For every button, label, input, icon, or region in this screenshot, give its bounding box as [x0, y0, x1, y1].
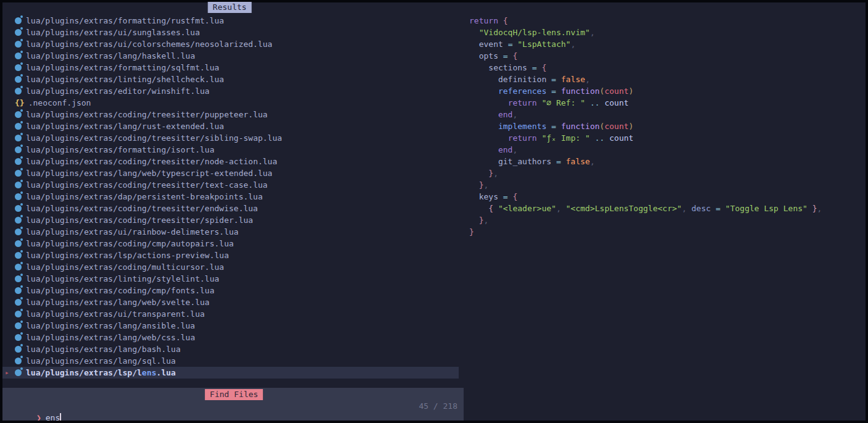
file-path: lua/plugins/extras/linting/stylelint.lua	[26, 274, 219, 283]
search-input[interactable]: ens	[46, 413, 60, 422]
telescope-window: Results lua/plugins/extras/formatting/ru…	[0, 0, 868, 423]
result-row[interactable]: lua/plugins/extras/lang/web/svelte.lua	[2, 296, 459, 308]
code-line: references = function(count)	[469, 85, 822, 97]
file-path: lua/plugins/extras/linting/shellcheck.lu…	[26, 75, 224, 84]
code-line: end,	[469, 109, 822, 120]
result-row[interactable]: lua/plugins/extras/ui/transparent.lua	[2, 308, 459, 320]
lua-file-icon	[15, 182, 22, 188]
result-row[interactable]: lua/plugins/extras/coding/treesitter/sib…	[2, 132, 459, 144]
result-row[interactable]: lua/plugins/extras/formatting/sqlfmt.lua	[2, 62, 459, 73]
prompt-chevron-icon: ❯	[36, 413, 41, 422]
lua-file-icon	[15, 17, 22, 24]
code-line: event = "LspAttach",	[469, 38, 822, 50]
code-line: { "<leader>ue", "<cmd>LspLensToggle<cr>"…	[469, 203, 822, 214]
prompt-line[interactable]: ❯ens 45 / 218	[7, 400, 457, 412]
file-path: lua/plugins/extras/coding/treesitter/tex…	[26, 180, 267, 190]
file-path: lua/plugins/extras/lang/web/svelte.lua	[26, 298, 209, 307]
result-row[interactable]: lua/plugins/extras/coding/treesitter/pup…	[2, 109, 459, 120]
lua-file-icon	[15, 240, 22, 247]
lua-file-icon	[15, 158, 22, 165]
result-row[interactable]: lua/plugins/extras/lang/web/typescript-e…	[2, 167, 459, 179]
result-row[interactable]: lua/plugins/extras/lang/sql.lua	[2, 355, 459, 367]
code-line: git_authors = false,	[469, 156, 822, 167]
file-path: lua/plugins/extras/ui/colorschemes/neoso…	[26, 40, 272, 49]
result-row[interactable]: lua/plugins/extras/lsp/actions-preview.l…	[2, 249, 459, 261]
lua-file-icon	[15, 275, 22, 282]
file-path: lua/plugins/extras/dap/persistent-breakp…	[26, 192, 263, 201]
file-path: lua/plugins/extras/editor/winshift.lua	[26, 86, 209, 96]
result-row[interactable]: ▸lua/plugins/extras/lsp/lens.lua	[2, 367, 459, 379]
result-row[interactable]: lua/plugins/extras/lang/rust-extended.lu…	[2, 120, 459, 132]
results-title: Results	[208, 2, 252, 13]
result-row[interactable]: lua/plugins/extras/lang/web/css.lua	[2, 332, 459, 343]
code-line: },	[469, 167, 822, 179]
preview-code: return { "VidocqH/lsp-lens.nvim", event …	[469, 15, 822, 238]
lua-file-icon	[15, 146, 22, 153]
code-line: definition = false,	[469, 73, 822, 85]
code-line: opts = {	[469, 50, 822, 62]
lua-file-icon	[15, 76, 22, 83]
code-line: implements = function(count)	[469, 120, 822, 132]
lua-file-icon	[15, 252, 22, 259]
lua-file-icon	[15, 358, 22, 364]
code-line: return {	[469, 15, 822, 27]
file-path: lua/plugins/extras/lang/ansible.lua	[26, 321, 195, 330]
code-line: return "ƒₓ Imp: " .. count	[469, 132, 822, 144]
code-line: }	[469, 226, 822, 238]
lua-file-icon	[15, 52, 22, 59]
file-path: lua/plugins/extras/ui/transparent.lua	[26, 309, 205, 319]
lua-file-icon	[15, 123, 22, 130]
result-row[interactable]: lua/plugins/extras/linting/shellcheck.lu…	[2, 73, 459, 85]
result-row[interactable]: lua/plugins/extras/dap/persistent-breakp…	[2, 191, 459, 203]
file-path: lua/plugins/extras/lang/web/typescript-e…	[26, 169, 272, 178]
file-path: lua/plugins/extras/lang/haskell.lua	[26, 51, 195, 61]
result-row[interactable]: lua/plugins/extras/formatting/rustfmt.lu…	[2, 15, 459, 27]
result-row[interactable]: lua/plugins/extras/coding/multicursor.lu…	[2, 261, 459, 273]
lua-file-icon	[15, 135, 22, 141]
lua-file-icon	[15, 287, 22, 294]
lua-file-icon	[15, 217, 22, 224]
code-line: end,	[469, 144, 822, 156]
results-list: lua/plugins/extras/formatting/rustfmt.lu…	[2, 15, 459, 379]
result-row[interactable]: lua/plugins/extras/coding/treesitter/spi…	[2, 214, 459, 226]
file-path: .neoconf.json	[28, 98, 91, 107]
preview-panel: File Preview return { "VidocqH/lsp-lens.…	[463, 0, 868, 423]
result-row[interactable]: lua/plugins/extras/editor/winshift.lua	[2, 85, 459, 97]
code-line: sections = {	[469, 62, 822, 73]
result-row[interactable]: {}.neoconf.json	[2, 97, 459, 109]
lua-file-icon	[15, 29, 22, 36]
file-path: lua/plugins/extras/lang/rust-extended.lu…	[26, 122, 224, 131]
json-file-icon: {}	[15, 97, 25, 109]
selection-caret-icon: ▸	[5, 367, 9, 379]
result-row[interactable]: lua/plugins/extras/ui/rainbow-delimeters…	[2, 226, 459, 238]
result-row[interactable]: lua/plugins/extras/formatting/isort.lua	[2, 144, 459, 156]
prompt-title: Find Files	[205, 389, 263, 400]
result-row[interactable]: lua/plugins/extras/ui/sunglasses.lua	[2, 27, 459, 38]
result-row[interactable]: lua/plugins/extras/coding/cmp/autopairs.…	[2, 238, 459, 249]
results-panel: Results lua/plugins/extras/formatting/ru…	[0, 0, 463, 388]
result-row[interactable]: lua/plugins/extras/coding/treesitter/end…	[2, 203, 459, 214]
lua-file-icon	[15, 228, 22, 235]
result-row[interactable]: lua/plugins/extras/coding/treesitter/tex…	[2, 179, 459, 191]
file-path: lua/plugins/extras/formatting/isort.lua	[26, 145, 214, 154]
result-row[interactable]: lua/plugins/extras/lang/haskell.lua	[2, 50, 459, 62]
lua-file-icon	[15, 346, 22, 353]
lua-file-icon	[15, 369, 22, 376]
result-row[interactable]: lua/plugins/extras/lang/bash.lua	[2, 343, 459, 355]
lua-file-icon	[15, 111, 22, 118]
result-row[interactable]: lua/plugins/extras/coding/cmp/fonts.lua	[2, 285, 459, 296]
file-path: lua/plugins/extras/lang/web/css.lua	[26, 333, 195, 342]
file-path: lua/plugins/extras/coding/treesitter/spi…	[26, 216, 253, 225]
lua-file-icon	[15, 170, 22, 177]
lua-file-icon	[15, 64, 22, 71]
file-path: lua/plugins/extras/coding/treesitter/pup…	[26, 110, 267, 119]
result-row[interactable]: lua/plugins/extras/coding/treesitter/nod…	[2, 156, 459, 167]
lua-file-icon	[15, 311, 22, 317]
result-row[interactable]: lua/plugins/extras/lang/ansible.lua	[2, 320, 459, 332]
result-counter: 45 / 218	[419, 400, 457, 412]
code-line: },	[469, 179, 822, 191]
result-row[interactable]: lua/plugins/extras/ui/colorschemes/neoso…	[2, 38, 459, 50]
file-path: lua/plugins/extras/lang/bash.lua	[26, 345, 180, 354]
file-path: lua/plugins/extras/ui/sunglasses.lua	[26, 28, 200, 37]
result-row[interactable]: lua/plugins/extras/linting/stylelint.lua	[2, 273, 459, 285]
